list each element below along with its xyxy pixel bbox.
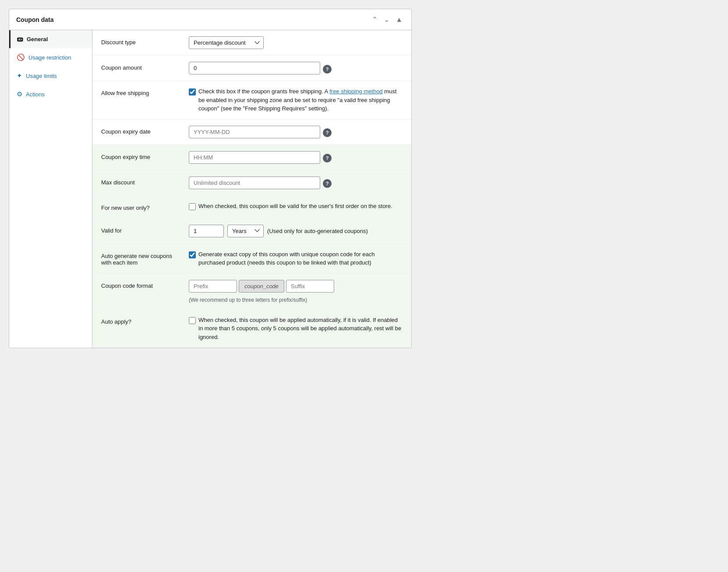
coupon-code-format-label: Coupon code format [101,280,189,289]
coupon-amount-label: Coupon amount [101,62,189,71]
box-header-actions: ⌃ ⌄ ▲ [370,14,404,25]
coupon-expiry-time-help-icon[interactable]: ? [323,154,332,162]
auto-apply-field: When checked, this coupon will be applie… [189,316,403,342]
coupon-code-suffix-input[interactable] [286,280,334,293]
for-new-user-label: For new user only? [101,202,189,211]
auto-apply-label: Auto apply? [101,316,189,325]
sidebar-item-actions[interactable]: ⚙ Actions [9,85,92,103]
discount-type-field: Percentage discount Fixed cart discount … [189,36,403,49]
valid-for-number-input[interactable] [189,225,224,237]
coupon-expiry-date-label: Coupon expiry date [101,126,189,135]
auto-apply-checkbox[interactable] [189,317,196,324]
auto-generate-row: Auto generate new coupons with each item… [92,244,411,274]
max-discount-field: ? [189,177,403,189]
coupon-code-prefix-input[interactable] [189,280,237,293]
sidebar-item-general[interactable]: 🎟 General [9,30,92,48]
auto-generate-label: Auto generate new coupons with each item [101,250,189,266]
valid-for-period-select[interactable]: Days Weeks Months Years [227,225,264,237]
coupon-data-box: Coupon data ⌃ ⌄ ▲ 🎟 General 🚫 Usage rest… [9,9,412,348]
auto-apply-description: When checked, this coupon will be applie… [198,316,403,342]
collapse-down-button[interactable]: ⌄ [382,14,391,25]
limits-icon: ✦ [17,72,22,80]
sidebar-label-usage-restriction: Usage restriction [28,54,71,61]
sidebar-label-actions: Actions [26,91,45,98]
free-shipping-method-link[interactable]: free shipping method [329,88,382,95]
main-content: Discount type Percentage discount Fixed … [92,30,411,348]
valid-for-row: Valid for Days Weeks Months Years (Used … [92,219,411,244]
sidebar: 🎟 General 🚫 Usage restriction ✦ Usage li… [9,30,92,348]
for-new-user-checkbox[interactable] [189,203,196,210]
sidebar-item-usage-limits[interactable]: ✦ Usage limits [9,67,92,85]
auto-generate-checkbox[interactable] [189,251,196,258]
coupon-expiry-date-help-icon[interactable]: ? [323,128,332,137]
auto-apply-row: Auto apply? When checked, this coupon wi… [92,310,411,348]
discount-type-row: Discount type Percentage discount Fixed … [92,30,411,56]
for-new-user-row: For new user only? When checked, this co… [92,196,411,219]
max-discount-row: Max discount ? [92,170,411,196]
actions-icon: ⚙ [17,90,22,98]
sidebar-label-usage-limits: Usage limits [26,73,57,79]
allow-free-shipping-row: Allow free shipping Check this box if th… [92,81,411,120]
collapse-up-button[interactable]: ⌃ [370,14,379,25]
valid-for-label: Valid for [101,225,189,234]
allow-free-shipping-label: Allow free shipping [101,87,189,96]
coupon-expiry-date-row: Coupon expiry date ? [92,120,411,145]
ticket-icon: 🎟 [17,35,23,43]
max-discount-label: Max discount [101,177,189,186]
box-title: Coupon data [16,16,54,23]
valid-for-controls: Days Weeks Months Years (Used only for a… [189,225,368,237]
sidebar-item-usage-restriction[interactable]: 🚫 Usage restriction [9,48,92,67]
valid-for-field: Days Weeks Months Years (Used only for a… [189,225,403,237]
auto-generate-description: Generate exact copy of this coupon with … [198,250,403,267]
allow-free-shipping-checkbox[interactable] [189,88,196,95]
sidebar-label-general: General [27,36,48,42]
coupon-amount-field: ? [189,62,403,74]
restriction-icon: 🚫 [17,53,25,61]
for-new-user-field: When checked, this coupon will be valid … [189,202,403,211]
max-discount-input[interactable] [189,177,320,189]
coupon-expiry-date-input[interactable] [189,126,320,138]
for-new-user-description: When checked, this coupon will be valid … [198,202,403,211]
coupon-amount-help-icon[interactable]: ? [323,65,332,74]
box-header: Coupon data ⌃ ⌄ ▲ [9,9,411,30]
coupon-expiry-time-input[interactable] [189,151,320,164]
box-body: 🎟 General 🚫 Usage restriction ✦ Usage li… [9,30,411,348]
auto-generate-field: Generate exact copy of this coupon with … [189,250,403,267]
coupon-code-format-row: Coupon code format coupon_code (We recom… [92,274,411,310]
coupon-expiry-time-row: Coupon expiry time ? [92,145,411,170]
collapse-toggle-button[interactable]: ▲ [394,14,404,25]
allow-free-shipping-field: Check this box if the coupon grants free… [189,87,403,113]
coupon-code-format-field: coupon_code (We recommend up to three le… [189,280,403,303]
max-discount-help-icon[interactable]: ? [323,179,332,188]
discount-type-label: Discount type [101,36,189,46]
discount-type-select[interactable]: Percentage discount Fixed cart discount … [189,36,264,49]
coupon-code-format-hint: (We recommend up to three letters for pr… [189,297,403,303]
coupon-amount-input[interactable] [189,62,320,74]
coupon-code-middle-label: coupon_code [239,280,284,293]
coupon-expiry-time-label: Coupon expiry time [101,151,189,160]
coupon-amount-row: Coupon amount ? [92,56,411,81]
valid-for-note: (Used only for auto-generated coupons) [267,228,368,234]
coupon-expiry-time-field: ? [189,151,403,164]
allow-free-shipping-description: Check this box if the coupon grants free… [198,87,403,113]
coupon-expiry-date-field: ? [189,126,403,138]
